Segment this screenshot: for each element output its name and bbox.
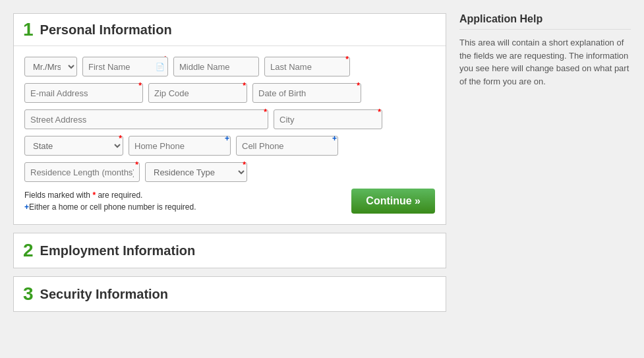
restype-required: * <box>243 161 246 169</box>
section-number-3: 3 <box>23 285 34 303</box>
email-field-wrapper: * <box>24 83 143 103</box>
section-title-personal: Personal Information <box>40 22 172 38</box>
section-security-header[interactable]: 3 Security Information <box>14 277 446 311</box>
reslength-field-wrapper: * <box>24 162 140 182</box>
middlename-input[interactable] <box>173 57 259 76</box>
homephone-required: + <box>225 134 229 142</box>
email-row: * * * <box>24 83 435 103</box>
dob-required: * <box>357 82 360 90</box>
section-number-1: 1 <box>23 20 34 39</box>
section-title-employment: Employment Information <box>40 243 196 258</box>
city-required: * <box>378 108 381 116</box>
firstname-input-wrapper: 📄 <box>82 57 168 76</box>
cellphone-input[interactable] <box>236 136 338 156</box>
lastname-input[interactable] <box>264 57 350 76</box>
homephone-input[interactable] <box>129 136 231 156</box>
section-title-security: Security Information <box>40 287 168 302</box>
homephone-field-wrapper: + <box>129 136 231 156</box>
email-input[interactable] <box>24 83 143 103</box>
notice-required-text: Fields marked with * are required. <box>24 189 196 201</box>
notice-phone-text: +Either a home or cell phone number is r… <box>24 201 196 213</box>
section-number-2: 2 <box>23 241 34 260</box>
section-employment-header[interactable]: 2 Employment Information <box>14 233 446 268</box>
notice-row: Fields marked with * are required. +Eith… <box>24 189 435 214</box>
state-select[interactable]: State Alabama Alaska Arizona California … <box>24 136 123 156</box>
main-content: 1 Personal Information Mr./Mrs. Mr. Mrs.… <box>13 13 446 320</box>
sidebar-help-text: This area will contain a short explanati… <box>459 36 631 88</box>
salutation-select[interactable]: Mr./Mrs. Mr. Mrs. Ms. Dr. <box>24 57 77 76</box>
dob-field-wrapper: * <box>252 83 361 103</box>
zip-required: * <box>243 82 246 90</box>
section-personal-body: Mr./Mrs. Mr. Mrs. Ms. Dr. * 📄 <box>14 46 446 224</box>
section-personal: 1 Personal Information Mr./Mrs. Mr. Mrs.… <box>13 13 446 225</box>
notice-text: Fields marked with * are required. +Eith… <box>24 189 196 213</box>
address-row: * * <box>24 109 435 129</box>
cellphone-required: + <box>332 134 337 142</box>
lastname-field-wrapper: * <box>264 57 350 76</box>
zip-field-wrapper: * <box>148 83 247 103</box>
page-wrapper: 1 Personal Information Mr./Mrs. Mr. Mrs.… <box>0 0 644 333</box>
section-employment: 2 Employment Information <box>13 233 446 268</box>
sidebar: Application Help This area will contain … <box>459 13 631 320</box>
restype-select[interactable]: Residence Type Own Rent Live with Parent… <box>145 162 247 182</box>
residence-row: * * Residence Type Own Rent Live with Pa… <box>24 162 435 182</box>
email-required: * <box>138 82 142 90</box>
street-field-wrapper: * <box>24 109 268 129</box>
middlename-field-wrapper <box>173 57 259 76</box>
state-row: * State Alabama Alaska Arizona Californi… <box>24 136 435 156</box>
salutation-field-wrapper: Mr./Mrs. Mr. Mrs. Ms. Dr. <box>24 57 77 76</box>
firstname-input[interactable] <box>82 57 168 76</box>
restype-field-wrapper: * Residence Type Own Rent Live with Pare… <box>145 162 247 182</box>
section-personal-header: 1 Personal Information <box>14 14 446 46</box>
reslength-input[interactable] <box>24 162 140 182</box>
zip-input[interactable] <box>148 83 247 103</box>
name-row: Mr./Mrs. Mr. Mrs. Ms. Dr. * 📄 <box>24 57 435 76</box>
city-input[interactable] <box>274 109 382 129</box>
sidebar-title: Application Help <box>459 13 631 30</box>
reslength-required: * <box>135 161 138 169</box>
street-input[interactable] <box>24 109 268 129</box>
required-star-inline: * <box>92 191 96 200</box>
continue-button[interactable]: Continue » <box>351 189 435 214</box>
dob-input[interactable] <box>252 83 361 103</box>
state-field-wrapper: * State Alabama Alaska Arizona Californi… <box>24 136 123 156</box>
firstname-field-wrapper: * 📄 <box>82 57 168 76</box>
plus-inline: + <box>24 202 29 212</box>
cellphone-field-wrapper: + <box>236 136 338 156</box>
state-required: * <box>119 134 122 142</box>
lastname-required: * <box>345 55 349 63</box>
city-field-wrapper: * <box>274 109 382 129</box>
section-security: 3 Security Information <box>13 276 446 312</box>
street-required: * <box>264 108 267 116</box>
